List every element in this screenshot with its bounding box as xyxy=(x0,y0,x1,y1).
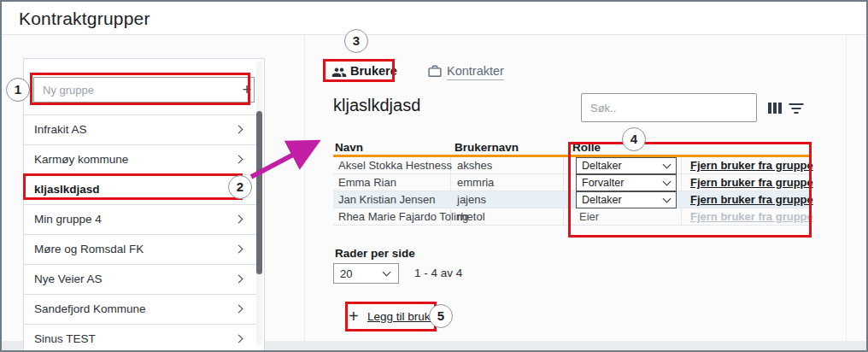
user-name: Aksel Stokka Hestness xyxy=(338,157,452,174)
role-select[interactable]: Deltaker xyxy=(576,191,677,208)
column-header-rolle: Rolle xyxy=(572,141,601,154)
chevron-right-icon xyxy=(235,155,243,164)
group-label: Sinus TEST xyxy=(34,332,96,345)
tab-kontrakter[interactable]: Kontrakter xyxy=(447,64,504,80)
sidebar-scrollbar-thumb[interactable] xyxy=(256,111,262,274)
remove-user-link[interactable]: Fjern bruker fra gruppe xyxy=(690,157,813,174)
chevron-right-icon xyxy=(235,215,243,224)
plus-icon: + xyxy=(349,308,359,325)
tab-brukere[interactable]: Brukere xyxy=(350,64,397,78)
role-select[interactable]: Forvalter xyxy=(576,174,677,191)
chevron-right-icon xyxy=(235,245,243,254)
column-header-brukernavn: Brukernavn xyxy=(455,141,519,154)
user-username: akshes xyxy=(457,157,492,174)
user-name: Jan Kristian Jensen xyxy=(338,191,435,208)
add-group-button[interactable]: + xyxy=(236,78,258,102)
sidebar-item-sinus-test[interactable]: Sinus TEST xyxy=(24,324,257,352)
group-title: kljaslkdjasd xyxy=(333,96,420,115)
group-label: Min gruppe 4 xyxy=(34,213,102,226)
role-static-label: Eier xyxy=(579,208,599,226)
sidebar-item-nye-veier-as[interactable]: Nye Veier AS xyxy=(24,264,257,294)
users-table: Navn Brukernavn Rolle Aksel Stokka Hestn… xyxy=(333,141,812,226)
remove-user-link-disabled: Fjern bruker fra gruppe xyxy=(690,208,813,226)
users-icon xyxy=(331,66,347,78)
app-header: Kontraktgrupper xyxy=(2,2,866,35)
role-select[interactable]: Deltaker xyxy=(576,157,677,174)
sidebar-item-sandefjord-kommune[interactable]: Sandefjord Kommune xyxy=(24,294,257,324)
group-label: kljaslkdjasd xyxy=(34,183,100,196)
table-row: Emma Rian emmria Forvalter Fjern bruker … xyxy=(333,174,812,191)
remove-user-link[interactable]: Fjern bruker fra gruppe xyxy=(690,174,813,191)
user-username: rhetol xyxy=(457,208,485,226)
chevron-right-icon xyxy=(235,126,243,134)
group-label: Nye Veier AS xyxy=(34,273,103,285)
layout-divider xyxy=(846,35,847,350)
page-title: Kontraktgrupper xyxy=(19,9,150,29)
user-username: jajens xyxy=(457,191,486,208)
user-name: Rhea Marie Fajardo Toling xyxy=(338,208,468,226)
group-label: Møre og Romsdal FK xyxy=(34,243,144,255)
app-window: Kontraktgrupper + Infrakit AS Karmøy kom… xyxy=(0,0,868,352)
search-input[interactable] xyxy=(581,93,757,122)
sidebar-item-more-og-romsdal-fk[interactable]: Møre og Romsdal FK xyxy=(24,234,257,264)
sidebar-item-min-gruppe-4[interactable]: Min gruppe 4 xyxy=(24,204,257,234)
add-user-button[interactable]: Legg til bruker xyxy=(367,310,441,323)
column-header-navn: Navn xyxy=(335,141,363,154)
sidebar-item-karmoy-kommune[interactable]: Karmøy kommune xyxy=(24,144,257,174)
chevron-right-icon xyxy=(235,305,243,314)
user-name: Emma Rian xyxy=(338,174,396,191)
group-label: Karmøy kommune xyxy=(34,153,128,166)
page-size-select[interactable]: 20 xyxy=(333,263,399,284)
table-row: Jan Kristian Jensen jajens Deltaker Fjer… xyxy=(333,191,812,208)
layout-divider xyxy=(304,35,305,350)
pagination-range: 1 - 4 av 4 xyxy=(414,267,462,279)
table-row: Aksel Stokka Hestness akshes Deltaker Fj… xyxy=(333,157,812,174)
remove-user-link[interactable]: Fjern bruker fra gruppe xyxy=(690,191,813,208)
active-tab-underline xyxy=(349,79,390,82)
column-settings-icon[interactable] xyxy=(768,103,783,114)
user-username: emmria xyxy=(457,174,494,191)
rows-per-page-label: Rader per side xyxy=(335,247,415,260)
group-label: Sandefjord Kommune xyxy=(34,302,146,315)
sidebar-item-infrakit-as[interactable]: Infrakit AS xyxy=(24,114,257,144)
group-list: Infrakit AS Karmøy kommune kljaslkdjasd … xyxy=(24,114,264,352)
filter-icon[interactable] xyxy=(789,103,804,114)
chevron-right-icon xyxy=(235,275,243,284)
group-label: Infrakit AS xyxy=(34,123,87,136)
group-list-panel: + Infrakit AS Karmøy kommune kljaslkdjas… xyxy=(23,58,265,350)
chevron-right-icon xyxy=(235,335,243,343)
table-row: Rhea Marie Fajardo Toling rhetol Eier Fj… xyxy=(333,208,812,226)
briefcase-icon xyxy=(428,64,442,78)
sidebar-item-kljaslkdjasd[interactable]: kljaslkdjasd xyxy=(24,174,257,204)
new-group-input[interactable] xyxy=(33,77,255,103)
